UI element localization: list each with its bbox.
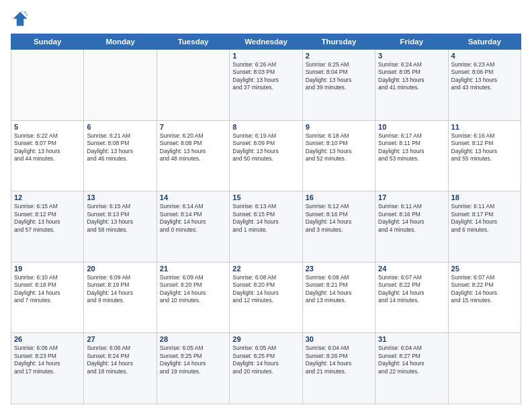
day-number: 1 <box>232 52 299 60</box>
day-number: 18 <box>451 193 518 201</box>
day-number: 28 <box>160 335 226 343</box>
day-number: 9 <box>306 123 372 131</box>
day-info: Sunrise: 6:23 AM Sunset: 8:06 PM Dayligh… <box>451 61 518 92</box>
empty-cell <box>448 333 521 404</box>
day-cell-20: 20Sunrise: 6:09 AM Sunset: 8:19 PM Dayli… <box>84 262 157 333</box>
day-number: 17 <box>378 193 445 201</box>
day-cell-14: 14Sunrise: 6:14 AM Sunset: 8:14 PM Dayli… <box>157 191 229 263</box>
day-number: 5 <box>14 123 81 131</box>
day-cell-9: 9Sunrise: 6:18 AM Sunset: 8:10 PM Daylig… <box>302 120 375 191</box>
day-info: Sunrise: 6:24 AM Sunset: 8:05 PM Dayligh… <box>378 61 445 92</box>
weekday-header-friday: Friday <box>375 34 448 50</box>
day-info: Sunrise: 6:05 AM Sunset: 8:25 PM Dayligh… <box>160 345 226 375</box>
day-cell-16: 16Sunrise: 6:12 AM Sunset: 8:16 PM Dayli… <box>302 191 375 263</box>
day-number: 6 <box>87 123 153 131</box>
day-cell-29: 29Sunrise: 6:05 AM Sunset: 8:25 PM Dayli… <box>230 333 302 404</box>
day-cell-28: 28Sunrise: 6:05 AM Sunset: 8:25 PM Dayli… <box>157 333 229 404</box>
day-info: Sunrise: 6:25 AM Sunset: 8:04 PM Dayligh… <box>306 61 372 92</box>
day-number: 31 <box>378 335 445 343</box>
day-info: Sunrise: 6:15 AM Sunset: 8:13 PM Dayligh… <box>87 203 153 234</box>
day-info: Sunrise: 6:06 AM Sunset: 8:23 PM Dayligh… <box>14 345 81 375</box>
day-info: Sunrise: 6:07 AM Sunset: 8:22 PM Dayligh… <box>451 274 518 305</box>
weekday-header-wednesday: Wednesday <box>230 34 302 50</box>
empty-cell <box>157 50 229 121</box>
day-cell-15: 15Sunrise: 6:13 AM Sunset: 8:15 PM Dayli… <box>230 191 302 263</box>
logo <box>11 9 32 28</box>
day-cell-19: 19Sunrise: 6:10 AM Sunset: 8:18 PM Dayli… <box>11 262 84 333</box>
day-number: 3 <box>378 52 445 60</box>
day-number: 30 <box>306 335 372 343</box>
day-info: Sunrise: 6:16 AM Sunset: 8:12 PM Dayligh… <box>451 132 518 163</box>
day-cell-8: 8Sunrise: 6:19 AM Sunset: 8:09 PM Daylig… <box>230 120 302 191</box>
day-cell-7: 7Sunrise: 6:20 AM Sunset: 8:08 PM Daylig… <box>157 120 229 191</box>
day-info: Sunrise: 6:15 AM Sunset: 8:12 PM Dayligh… <box>14 203 81 234</box>
day-cell-3: 3Sunrise: 6:24 AM Sunset: 8:05 PM Daylig… <box>375 50 448 121</box>
day-number: 26 <box>14 335 81 343</box>
logo-icon <box>11 9 30 28</box>
day-number: 13 <box>87 193 153 201</box>
weekday-header-sunday: Sunday <box>11 34 84 50</box>
day-number: 2 <box>306 52 372 60</box>
day-number: 25 <box>451 265 518 273</box>
weekday-header-thursday: Thursday <box>302 34 375 50</box>
day-info: Sunrise: 6:08 AM Sunset: 8:21 PM Dayligh… <box>306 274 372 305</box>
day-cell-24: 24Sunrise: 6:07 AM Sunset: 8:22 PM Dayli… <box>375 262 448 333</box>
svg-marker-0 <box>13 12 28 26</box>
day-number: 19 <box>14 265 81 273</box>
day-info: Sunrise: 6:10 AM Sunset: 8:18 PM Dayligh… <box>14 274 81 305</box>
day-cell-21: 21Sunrise: 6:09 AM Sunset: 8:20 PM Dayli… <box>157 262 229 333</box>
day-number: 12 <box>14 193 81 201</box>
day-info: Sunrise: 6:26 AM Sunset: 8:03 PM Dayligh… <box>232 61 299 92</box>
day-cell-23: 23Sunrise: 6:08 AM Sunset: 8:21 PM Dayli… <box>302 262 375 333</box>
day-cell-11: 11Sunrise: 6:16 AM Sunset: 8:12 PM Dayli… <box>448 120 521 191</box>
day-number: 4 <box>451 52 518 60</box>
empty-cell <box>11 50 84 121</box>
day-cell-4: 4Sunrise: 6:23 AM Sunset: 8:06 PM Daylig… <box>448 50 521 121</box>
day-cell-5: 5Sunrise: 6:22 AM Sunset: 8:07 PM Daylig… <box>11 120 84 191</box>
day-cell-10: 10Sunrise: 6:17 AM Sunset: 8:11 PM Dayli… <box>375 120 448 191</box>
day-info: Sunrise: 6:05 AM Sunset: 8:25 PM Dayligh… <box>232 345 299 375</box>
week-row-3: 12Sunrise: 6:15 AM Sunset: 8:12 PM Dayli… <box>11 191 521 263</box>
week-row-1: 1Sunrise: 6:26 AM Sunset: 8:03 PM Daylig… <box>11 50 521 121</box>
day-cell-27: 27Sunrise: 6:06 AM Sunset: 8:24 PM Dayli… <box>84 333 157 404</box>
day-info: Sunrise: 6:04 AM Sunset: 8:26 PM Dayligh… <box>306 345 372 375</box>
header <box>11 9 521 28</box>
day-number: 29 <box>232 335 299 343</box>
day-number: 14 <box>160 193 226 201</box>
day-info: Sunrise: 6:14 AM Sunset: 8:14 PM Dayligh… <box>160 203 226 234</box>
day-number: 20 <box>87 265 153 273</box>
day-number: 11 <box>451 123 518 131</box>
day-info: Sunrise: 6:13 AM Sunset: 8:15 PM Dayligh… <box>232 203 299 234</box>
day-info: Sunrise: 6:18 AM Sunset: 8:10 PM Dayligh… <box>306 132 372 163</box>
day-cell-1: 1Sunrise: 6:26 AM Sunset: 8:03 PM Daylig… <box>230 50 302 121</box>
day-cell-18: 18Sunrise: 6:11 AM Sunset: 8:17 PM Dayli… <box>448 191 521 263</box>
day-info: Sunrise: 6:04 AM Sunset: 8:27 PM Dayligh… <box>378 345 445 375</box>
day-number: 15 <box>232 193 299 201</box>
day-cell-2: 2Sunrise: 6:25 AM Sunset: 8:04 PM Daylig… <box>302 50 375 121</box>
day-number: 10 <box>378 123 445 131</box>
weekday-header-saturday: Saturday <box>448 34 521 50</box>
day-number: 21 <box>160 265 226 273</box>
day-info: Sunrise: 6:22 AM Sunset: 8:07 PM Dayligh… <box>14 132 81 163</box>
calendar-table: SundayMondayTuesdayWednesdayThursdayFrid… <box>11 34 521 404</box>
day-info: Sunrise: 6:11 AM Sunset: 8:17 PM Dayligh… <box>451 203 518 234</box>
day-cell-13: 13Sunrise: 6:15 AM Sunset: 8:13 PM Dayli… <box>84 191 157 263</box>
day-number: 27 <box>87 335 153 343</box>
week-row-4: 19Sunrise: 6:10 AM Sunset: 8:18 PM Dayli… <box>11 262 521 333</box>
weekday-header-monday: Monday <box>84 34 157 50</box>
calendar-page: SundayMondayTuesdayWednesdayThursdayFrid… <box>0 0 532 411</box>
day-info: Sunrise: 6:07 AM Sunset: 8:22 PM Dayligh… <box>378 274 445 305</box>
day-info: Sunrise: 6:21 AM Sunset: 8:08 PM Dayligh… <box>87 132 153 163</box>
day-cell-22: 22Sunrise: 6:08 AM Sunset: 8:20 PM Dayli… <box>230 262 302 333</box>
week-row-5: 26Sunrise: 6:06 AM Sunset: 8:23 PM Dayli… <box>11 333 521 404</box>
day-cell-26: 26Sunrise: 6:06 AM Sunset: 8:23 PM Dayli… <box>11 333 84 404</box>
day-cell-17: 17Sunrise: 6:11 AM Sunset: 8:16 PM Dayli… <box>375 191 448 263</box>
day-cell-31: 31Sunrise: 6:04 AM Sunset: 8:27 PM Dayli… <box>375 333 448 404</box>
day-cell-6: 6Sunrise: 6:21 AM Sunset: 8:08 PM Daylig… <box>84 120 157 191</box>
day-info: Sunrise: 6:08 AM Sunset: 8:20 PM Dayligh… <box>232 274 299 305</box>
day-info: Sunrise: 6:09 AM Sunset: 8:20 PM Dayligh… <box>160 274 226 305</box>
day-number: 7 <box>160 123 226 131</box>
day-number: 24 <box>378 265 445 273</box>
day-info: Sunrise: 6:06 AM Sunset: 8:24 PM Dayligh… <box>87 345 153 375</box>
day-info: Sunrise: 6:09 AM Sunset: 8:19 PM Dayligh… <box>87 274 153 305</box>
